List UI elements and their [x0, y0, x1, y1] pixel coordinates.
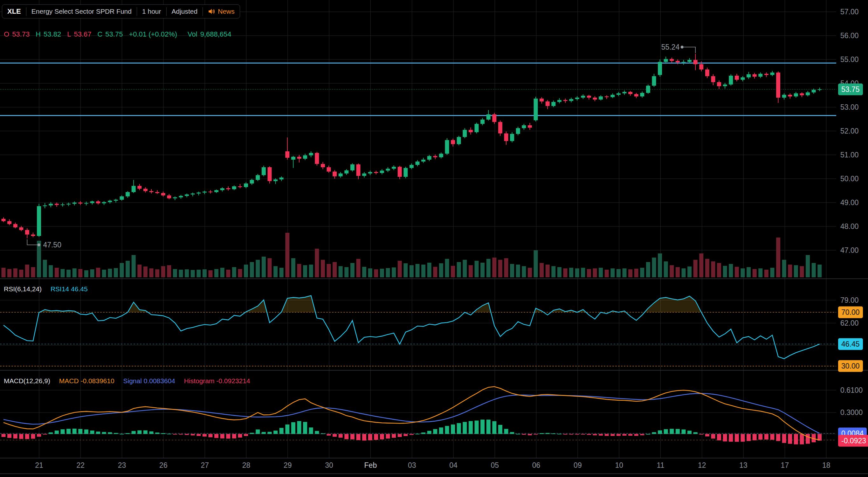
news-label: News — [218, 8, 235, 15]
time-axis-label: 17 — [781, 461, 789, 470]
time-axis-label: 30 — [325, 461, 333, 470]
macd-hist-readout: Histogram -0.0923214 — [184, 377, 250, 384]
candle — [546, 101, 550, 106]
candle — [421, 160, 426, 161]
candle — [226, 188, 230, 189]
price-axis-label: 53.00 — [840, 103, 859, 112]
candle — [409, 165, 414, 168]
candle — [315, 153, 319, 164]
candle — [2, 219, 6, 221]
candle — [368, 172, 372, 174]
candle — [427, 156, 431, 160]
candle — [279, 177, 284, 179]
symbol-toolbar: XLE Energy Select Sector SPDR Fund 1 hou… — [2, 4, 240, 19]
candle — [209, 192, 213, 192]
candle — [693, 60, 698, 64]
candle — [652, 76, 656, 86]
candle — [49, 204, 53, 205]
candle — [687, 60, 691, 62]
rsi-upper-band-badge: 70.00 — [838, 306, 863, 318]
volume-value: 9,688,654 — [200, 30, 231, 38]
candle — [66, 204, 70, 205]
candle — [256, 175, 260, 180]
candle — [386, 169, 390, 171]
time-axis-label: 06 — [532, 461, 540, 470]
candle — [457, 137, 461, 144]
candle — [445, 140, 449, 154]
open-label: O — [4, 30, 9, 38]
rsi-legend[interactable]: RSI(6,14,24) RSI14 46.45 — [4, 285, 88, 293]
candle — [155, 192, 159, 193]
candle — [682, 62, 686, 63]
candle — [173, 198, 177, 199]
time-axis-label: 03 — [408, 461, 416, 470]
candle — [605, 96, 609, 97]
candle — [356, 165, 361, 176]
rsi-line — [3, 296, 820, 359]
candle — [374, 172, 378, 173]
candle — [735, 76, 739, 80]
candle — [741, 77, 745, 80]
candle — [752, 74, 757, 77]
price-axis-label: 52.00 — [840, 127, 859, 136]
time-axis-label: 11 — [657, 461, 664, 470]
candle — [528, 125, 532, 128]
candle — [232, 186, 236, 189]
low-price-annotation: 47.50 — [43, 241, 61, 249]
chart-canvas[interactable] — [0, 0, 868, 477]
rsi-title: RSI(6,14,24) — [4, 285, 42, 293]
candle — [569, 99, 573, 101]
candle — [587, 96, 591, 98]
macd-signal-line — [3, 393, 820, 434]
time-axis-label: 21 — [35, 461, 43, 470]
candle — [55, 204, 59, 205]
candle — [729, 76, 733, 85]
candle — [415, 161, 420, 165]
candle — [214, 190, 218, 192]
candle — [628, 92, 632, 94]
candle — [84, 203, 88, 204]
candle — [563, 100, 567, 101]
adjusted-toggle[interactable]: Adjusted — [166, 8, 203, 15]
candle — [238, 186, 242, 187]
candle — [303, 155, 307, 159]
candle — [463, 130, 467, 137]
candle — [593, 98, 597, 99]
candle — [664, 59, 668, 62]
price-axis-label: 57.00 — [840, 8, 859, 16]
price-axis-label: 55.00 — [840, 55, 859, 64]
candle — [13, 224, 18, 228]
interval-button[interactable]: 1 hour — [137, 8, 166, 15]
rsi-axis-label: 79.00 — [840, 296, 859, 304]
candle — [439, 154, 443, 157]
rsi-value-badge: 46.45 — [838, 338, 863, 350]
news-button[interactable]: News — [203, 8, 240, 15]
ohlc-readout: O 53.73 H 53.82 L 53.67 C 53.75 +0.01 (+… — [4, 30, 231, 38]
candle — [297, 157, 302, 159]
candle — [658, 62, 662, 75]
volume-label: Vol — [188, 30, 197, 38]
candle — [78, 203, 82, 204]
price-axis-label: 50.00 — [840, 175, 859, 183]
time-axis-label: 27 — [200, 461, 209, 470]
candle — [770, 72, 775, 75]
macd-legend[interactable]: MACD(12,26,9) MACD -0.0839610 Signal 0.0… — [4, 377, 250, 385]
time-axis-label: 29 — [284, 461, 292, 470]
candle — [469, 130, 473, 132]
time-axis-label: 09 — [574, 461, 582, 470]
candle — [611, 95, 615, 97]
candle — [623, 92, 627, 93]
candle — [599, 96, 603, 99]
symbol-button[interactable]: XLE — [2, 7, 26, 16]
candle — [220, 188, 224, 190]
candle — [250, 180, 254, 183]
candle — [114, 200, 118, 201]
candle — [285, 151, 289, 158]
candle — [758, 74, 763, 77]
candle — [699, 64, 703, 70]
candle — [149, 191, 154, 192]
candle — [788, 95, 792, 96]
candle — [764, 74, 769, 75]
candle — [362, 174, 366, 176]
candle — [72, 203, 76, 204]
